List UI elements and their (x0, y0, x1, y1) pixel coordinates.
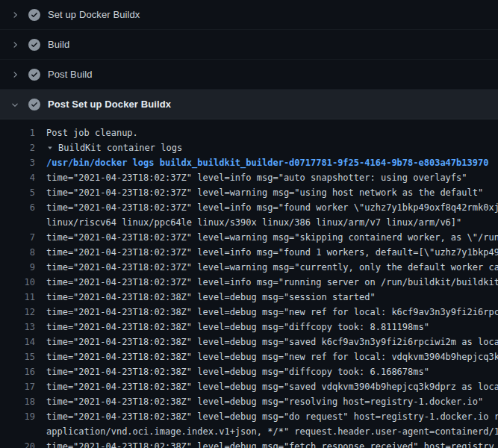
step-header-set-up-docker-buildx[interactable]: Set up Docker Buildx (0, 0, 498, 30)
log-line: 20time="2021-04-23T18:02:38Z" level=debu… (0, 439, 498, 448)
log-line: 9time="2021-04-23T18:02:37Z" level=warni… (0, 260, 498, 275)
log-line: 6time="2021-04-23T18:02:37Z" level=info … (0, 200, 498, 215)
steps-list: Set up Docker BuildxBuildPost BuildPost … (0, 0, 498, 119)
log-group-label: BuildKit container logs (58, 140, 182, 155)
log-line-text: time="2021-04-23T18:02:38Z" level=debug … (35, 364, 429, 379)
log-line-text: application/vnd.oci.image.index.v1+json,… (35, 424, 498, 439)
log-line-number[interactable]: 17 (0, 379, 35, 394)
log-line-number[interactable]: 6 (0, 200, 35, 215)
log-line-text: time="2021-04-23T18:02:38Z" level=debug … (35, 349, 498, 364)
log-line: application/vnd.oci.image.index.v1+json,… (0, 424, 498, 439)
chevron-right-icon (10, 70, 19, 79)
log-line-number[interactable]: 16 (0, 364, 35, 379)
log-line-number[interactable]: 12 (0, 305, 35, 320)
log-line-number (0, 424, 35, 439)
chevron-down-icon (10, 100, 19, 109)
log-line: 13time="2021-04-23T18:02:38Z" level=debu… (0, 320, 498, 335)
log-command-text: /usr/bin/docker logs buildx_buildkit_bui… (35, 155, 488, 170)
log-line-text: time="2021-04-23T18:02:38Z" level=debug … (35, 305, 498, 320)
log-line-number[interactable]: 15 (0, 349, 35, 364)
log-line-text: time="2021-04-23T18:02:38Z" level=debug … (35, 394, 483, 409)
log-line: 17time="2021-04-23T18:02:38Z" level=debu… (0, 379, 498, 394)
log-line-number[interactable]: 10 (0, 275, 35, 290)
step-header-build[interactable]: Build (0, 30, 498, 60)
log-line: 8time="2021-04-23T18:02:37Z" level=info … (0, 245, 498, 260)
log-line-text: time="2021-04-23T18:02:38Z" level=debug … (35, 439, 494, 448)
log-line-text: time="2021-04-23T18:02:37Z" level=warnin… (35, 185, 483, 200)
step-label: Post Build (48, 69, 93, 80)
step-label: Build (48, 39, 69, 50)
log-line-text: linux/riscv64 linux/ppc64le linux/s390x … (35, 215, 461, 230)
step-header-post-set-up-docker-buildx[interactable]: Post Set up Docker Buildx (0, 90, 498, 119)
log-line: 16time="2021-04-23T18:02:38Z" level=debu… (0, 364, 498, 379)
chevron-right-icon (10, 40, 19, 49)
log-line: 10time="2021-04-23T18:02:37Z" level=info… (0, 275, 498, 290)
check-circle-icon (28, 9, 40, 21)
log-line-number[interactable]: 19 (0, 409, 35, 424)
check-circle-icon (28, 39, 40, 51)
triangle-down-icon (46, 144, 54, 152)
log-line-text: time="2021-04-23T18:02:37Z" level=warnin… (35, 260, 498, 275)
log-line-text: Post job cleanup. (35, 125, 138, 140)
log-line-text: time="2021-04-23T18:02:37Z" level=info m… (35, 200, 498, 215)
log-line-number[interactable]: 3 (0, 155, 35, 170)
log-line-text: time="2021-04-23T18:02:37Z" level=info m… (35, 275, 498, 290)
log-line-text: time="2021-04-23T18:02:37Z" level=info m… (35, 170, 467, 185)
check-circle-icon (28, 69, 40, 81)
log-line-text: time="2021-04-23T18:02:38Z" level=debug … (35, 409, 498, 424)
log-line-number[interactable]: 20 (0, 439, 35, 448)
log-line-number[interactable]: 14 (0, 335, 35, 349)
log-line: 3/usr/bin/docker logs buildx_buildkit_bu… (0, 155, 498, 170)
log-line: 12time="2021-04-23T18:02:38Z" level=debu… (0, 305, 498, 320)
log-line: 19time="2021-04-23T18:02:38Z" level=debu… (0, 409, 498, 424)
log-line: 2BuildKit container logs (0, 140, 498, 155)
log-line-text: time="2021-04-23T18:02:37Z" level=info m… (35, 245, 498, 260)
log-line-text: time="2021-04-23T18:02:38Z" level=debug … (35, 290, 376, 305)
log-line: 5time="2021-04-23T18:02:37Z" level=warni… (0, 185, 498, 200)
log-line-number[interactable]: 4 (0, 170, 35, 185)
log-line: 18time="2021-04-23T18:02:38Z" level=debu… (0, 394, 498, 409)
log-line-number[interactable]: 9 (0, 260, 35, 275)
log-line-text: time="2021-04-23T18:02:38Z" level=debug … (35, 320, 429, 335)
log-panel[interactable]: 1Post job cleanup.2BuildKit container lo… (0, 119, 498, 448)
log-line-number[interactable]: 11 (0, 290, 35, 305)
log-line-number[interactable]: 8 (0, 245, 35, 260)
log-line: 4time="2021-04-23T18:02:37Z" level=info … (0, 170, 498, 185)
log-line: 7time="2021-04-23T18:02:37Z" level=warni… (0, 230, 498, 245)
log-line-text: time="2021-04-23T18:02:37Z" level=warnin… (35, 230, 498, 245)
step-label: Post Set up Docker Buildx (48, 99, 171, 110)
log-line-number[interactable]: 13 (0, 320, 35, 335)
log-line-number (0, 215, 35, 230)
step-label: Set up Docker Buildx (48, 9, 140, 20)
log-line-text: time="2021-04-23T18:02:38Z" level=debug … (35, 335, 498, 349)
log-group-toggle[interactable]: BuildKit container logs (35, 140, 182, 155)
log-line-number[interactable]: 1 (0, 125, 35, 140)
log-line: 15time="2021-04-23T18:02:38Z" level=debu… (0, 349, 498, 364)
workflow-log-viewer: Set up Docker BuildxBuildPost BuildPost … (0, 0, 498, 448)
log-line-number[interactable]: 18 (0, 394, 35, 409)
log-line: 11time="2021-04-23T18:02:38Z" level=debu… (0, 290, 498, 305)
log-line: 14time="2021-04-23T18:02:38Z" level=debu… (0, 335, 498, 349)
log-line: 1Post job cleanup. (0, 125, 498, 140)
log-line-number[interactable]: 2 (0, 140, 35, 155)
log-line-number[interactable]: 7 (0, 230, 35, 245)
chevron-right-icon (10, 10, 19, 19)
check-circle-icon (28, 99, 40, 111)
log-line-text: time="2021-04-23T18:02:38Z" level=debug … (35, 379, 498, 394)
log-line: linux/riscv64 linux/ppc64le linux/s390x … (0, 215, 498, 230)
step-header-post-build[interactable]: Post Build (0, 60, 498, 90)
log-line-number[interactable]: 5 (0, 185, 35, 200)
